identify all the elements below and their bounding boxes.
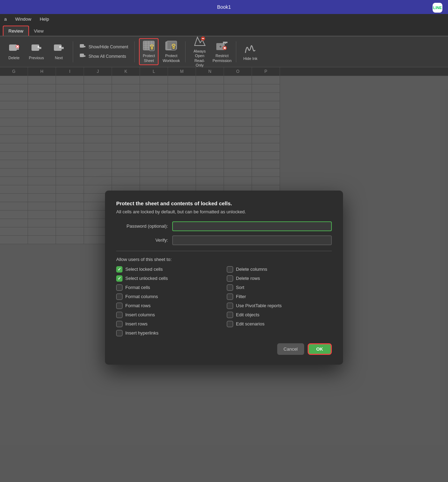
checkbox-select-unlocked[interactable] [116,275,122,282]
show-all-comments-button[interactable]: Show All Comments [77,53,130,61]
modal-title: Protect the sheet and contents of locked… [116,200,332,206]
menu-bar: a Window Help [0,14,448,24]
checkbox-item-select-unlocked[interactable]: Select unlocked cells [116,275,221,282]
delete-icon [8,44,20,55]
protect-sheet-dialog: Protect the sheet and contents of locked… [105,191,343,365]
restrict-permission-label: RestrictPermission [212,54,231,63]
checkbox-label-format-rows: Format rows [125,303,150,308]
svg-point-31 [173,47,174,48]
show-hide-comment-label: Show/Hide Comment [89,44,128,49]
checkbox-label-insert-columns: Insert columns [125,312,155,317]
separator-4 [236,41,236,62]
checkbox-insert-rows[interactable] [116,321,122,327]
hide-ink-button[interactable]: Hide Ink [240,41,260,63]
checkbox-item-select-locked[interactable]: Select locked cells [116,266,221,273]
checkbox-edit-scenarios[interactable] [227,321,233,327]
menu-item-window[interactable]: Window [14,16,33,22]
checkbox-label-delete-rows: Delete rows [236,276,260,281]
protect-workbook-button[interactable]: ProtectWorkbook [161,39,181,64]
svg-point-25 [152,48,153,49]
delete-button[interactable]: Delete [4,41,24,63]
password-field-row: Password (optional): [116,221,332,231]
svg-rect-8 [54,44,62,51]
checkbox-edit-objects[interactable] [227,312,233,318]
svg-rect-13 [80,54,84,57]
ok-button[interactable]: OK [308,343,332,355]
show-all-comments-label: Show All Comments [89,54,126,59]
tab-view[interactable]: View [29,26,49,36]
checkbox-item-filter[interactable]: Filter [227,294,332,300]
password-label: Password (optional): [116,223,172,229]
svg-marker-9 [61,47,64,49]
permissions-grid: Select locked cellsDelete columnsSelect … [116,266,332,336]
checkbox-format-rows[interactable] [116,303,122,309]
password-input[interactable] [172,221,332,231]
menu-item-help[interactable]: Help [38,16,50,22]
checkbox-label-delete-columns: Delete columns [236,267,267,272]
checkbox-item-insert-columns[interactable]: Insert columns [116,312,221,318]
ribbon: Delete Previous Next [0,36,448,67]
allow-title: Allow users of this sheet to: [116,257,332,262]
checkbox-select-locked[interactable] [116,266,122,273]
menu-item-a[interactable]: a [3,16,8,22]
spreadsheet: G H I J K L M N O P // Generate 200 cell… [0,67,448,482]
next-label: Next [55,56,63,60]
hide-ink-icon [244,43,257,56]
checkbox-label-sort: Sort [236,285,244,290]
line-icon: LINE [433,3,442,13]
checkbox-item-edit-objects[interactable]: Edit objects [227,312,332,318]
show-all-comments-icon [79,53,86,60]
svg-point-36 [225,42,226,44]
checkbox-filter[interactable] [227,294,233,300]
checkbox-item-edit-scenarios[interactable]: Edit scenarios [227,321,332,327]
next-icon [53,44,64,55]
checkbox-insert-hyperlinks[interactable] [116,330,122,336]
checkbox-label-insert-rows: Insert rows [125,321,148,326]
verify-field-row: Verify: [116,235,332,245]
svg-marker-14 [84,55,85,57]
restrict-permission-button[interactable]: RestrictPermission [212,39,232,64]
separator-1 [73,41,73,62]
previous-icon [31,44,42,55]
checkbox-item-format-cells[interactable]: Format cells [116,284,221,291]
next-button[interactable]: Next [49,41,69,63]
protect-workbook-label: ProtectWorkbook [163,54,180,63]
checkbox-delete-columns[interactable] [227,266,233,273]
protect-sheet-button[interactable]: ProtectSheet [139,38,159,65]
checkbox-item-format-columns[interactable]: Format columns [116,294,221,300]
always-open-read-only-label: Always OpenRead-Only [191,49,208,68]
checkbox-format-cells[interactable] [116,284,122,291]
protect-sheet-label: ProtectSheet [143,54,155,63]
checkbox-label-format-columns: Format columns [125,294,158,299]
show-hide-comment-button[interactable]: Show/Hide Comment [77,43,130,51]
tab-review[interactable]: Review [3,26,29,36]
show-hide-comment-icon [79,44,86,50]
verify-input[interactable] [172,235,332,245]
checkbox-item-use-pivot[interactable]: Use PivotTable reports [227,303,332,309]
checkbox-delete-rows[interactable] [227,275,233,282]
modal-divider [116,251,332,251]
cancel-button[interactable]: Cancel [277,343,304,355]
checkbox-item-delete-rows[interactable]: Delete rows [227,275,332,282]
title-bar: Book1 LINE [0,0,448,14]
checkbox-use-pivot[interactable] [227,303,233,309]
checkbox-item-delete-columns[interactable]: Delete columns [227,266,332,273]
checkbox-label-select-locked: Select locked cells [125,267,163,272]
delete-label: Delete [8,56,20,60]
previous-button[interactable]: Previous [27,41,46,63]
checkbox-item-format-rows[interactable]: Format rows [116,303,221,309]
checkbox-item-insert-rows[interactable]: Insert rows [116,321,221,327]
checkbox-label-edit-objects: Edit objects [236,312,259,317]
svg-point-38 [219,45,222,48]
checkbox-sort[interactable] [227,284,233,291]
checkbox-item-insert-hyperlinks[interactable]: Insert hyperlinks [116,330,221,336]
verify-label: Verify: [116,237,172,243]
modal-footer: Cancel OK [116,343,332,355]
checkbox-item-sort[interactable]: Sort [227,284,332,291]
checkbox-label-insert-hyperlinks: Insert hyperlinks [125,330,159,336]
always-open-read-only-button[interactable]: Always OpenRead-Only [190,34,209,69]
tab-bar: Review View [0,24,448,36]
modal-subtitle: All cells are locked by default, but can… [116,209,332,214]
checkbox-format-columns[interactable] [116,294,122,300]
checkbox-insert-columns[interactable] [116,312,122,318]
